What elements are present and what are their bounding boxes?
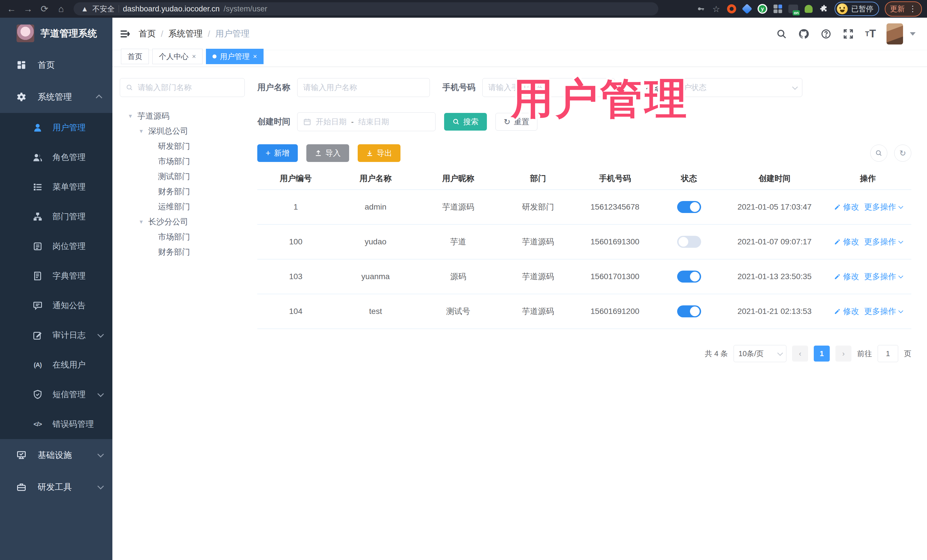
dept-tree: ▾芋道源码 ▾深圳总公司 研发部门 市场部门 测试部门 财务部门 运维部门 ▾长… bbox=[120, 108, 245, 260]
extension-green-key-icon[interactable] bbox=[804, 4, 813, 14]
edit-link[interactable]: 修改 bbox=[834, 202, 859, 212]
breadcrumb-home[interactable]: 首页 bbox=[138, 28, 156, 39]
toggle-search-button[interactable] bbox=[870, 144, 887, 162]
github-icon[interactable] bbox=[798, 28, 810, 40]
reset-button[interactable]: ↻ 重置 bbox=[495, 113, 537, 131]
sidebar-item-dept-mgmt[interactable]: 部门管理 bbox=[0, 202, 112, 232]
extension-gem-icon[interactable] bbox=[742, 4, 752, 14]
page-number-1[interactable]: 1 bbox=[814, 346, 830, 361]
more-actions-link[interactable]: 更多操作 bbox=[864, 271, 902, 282]
status-toggle[interactable] bbox=[677, 236, 701, 248]
status-select-placeholder: 用户状态 bbox=[676, 82, 707, 93]
help-icon[interactable] bbox=[820, 28, 832, 40]
tree-node[interactable]: 市场部门 bbox=[120, 229, 245, 244]
more-actions-link[interactable]: 更多操作 bbox=[864, 306, 902, 317]
tab-home[interactable]: 首页 bbox=[121, 49, 149, 64]
user-avatar[interactable] bbox=[886, 23, 903, 44]
refresh-table-button[interactable]: ↻ bbox=[894, 144, 911, 162]
mobile-field-wrap bbox=[482, 78, 615, 97]
username-input[interactable] bbox=[303, 83, 424, 92]
tree-node[interactable]: ▾长沙分公司 bbox=[120, 214, 245, 229]
sidebar-item-menu-mgmt[interactable]: 菜单管理 bbox=[0, 172, 112, 202]
tree-node[interactable]: 财务部门 bbox=[120, 184, 245, 199]
tree-node[interactable]: ▾芋道源码 bbox=[120, 108, 245, 123]
sidebar-item-online-users[interactable]: (A) 在线用户 bbox=[0, 350, 112, 380]
font-size-icon[interactable]: TT bbox=[864, 28, 877, 40]
sidebar-item-infrastructure[interactable]: 基础设施 bbox=[0, 439, 112, 471]
add-button[interactable]: + 新增 bbox=[257, 144, 298, 162]
fullscreen-icon[interactable] bbox=[842, 28, 854, 40]
sidebar-item-role-mgmt[interactable]: 角色管理 bbox=[0, 143, 112, 172]
status-toggle[interactable] bbox=[677, 201, 701, 213]
address-bar[interactable]: ▲ 不安全 dashboard.yudao.iocoder.cn/system/… bbox=[74, 2, 658, 15]
app-logo-row[interactable]: 芋道管理系统 bbox=[0, 18, 112, 49]
sidebar-item-notice[interactable]: 通知公告 bbox=[0, 291, 112, 320]
sidebar-item-devtools[interactable]: 研发工具 bbox=[0, 471, 112, 503]
search-icon bbox=[452, 118, 460, 126]
browser-update-button[interactable]: 更新 ⋮ bbox=[885, 2, 922, 17]
edit-link[interactable]: 修改 bbox=[834, 237, 859, 247]
tree-expand-icon[interactable]: ▾ bbox=[137, 127, 145, 135]
page-size-select[interactable]: 10条/页 bbox=[734, 345, 786, 362]
sidebar-collapse-icon[interactable] bbox=[119, 28, 131, 40]
forward-icon[interactable]: → bbox=[22, 3, 34, 15]
next-page-button[interactable]: › bbox=[836, 346, 851, 361]
search-icon[interactable] bbox=[775, 28, 788, 40]
tab-user-mgmt[interactable]: 用户管理 × bbox=[206, 49, 264, 64]
sidebar-item-dict-mgmt[interactable]: 字典管理 bbox=[0, 261, 112, 291]
app-header: 首页 / 系统管理 / 用户管理 TT bbox=[112, 18, 927, 50]
sidebar-item-home[interactable]: 首页 bbox=[0, 49, 112, 81]
extension-on-badge-icon[interactable]: on bbox=[789, 4, 798, 14]
profile-paused-pill[interactable]: 已暂停 bbox=[834, 2, 879, 16]
sidebar-item-audit-log[interactable]: 审计日志 bbox=[0, 320, 112, 350]
extensions-puzzle-icon[interactable] bbox=[819, 4, 829, 14]
key-icon[interactable] bbox=[696, 4, 706, 14]
status-toggle[interactable] bbox=[677, 270, 701, 282]
status-toggle[interactable] bbox=[677, 305, 701, 317]
sidebar-item-error-code[interactable]: </> 错误码管理 bbox=[0, 410, 112, 439]
tree-node[interactable]: 研发部门 bbox=[120, 138, 245, 154]
reload-icon[interactable]: ⟳ bbox=[38, 3, 51, 15]
tree-node[interactable]: 运维部门 bbox=[120, 199, 245, 214]
extension-grid-icon[interactable] bbox=[773, 4, 783, 14]
more-actions-link[interactable]: 更多操作 bbox=[864, 237, 902, 247]
dept-search-box[interactable] bbox=[120, 78, 245, 97]
sidebar-item-sms-mgmt[interactable]: 短信管理 bbox=[0, 380, 112, 410]
extension-orange-icon[interactable] bbox=[727, 4, 737, 14]
avatar-caret-icon[interactable] bbox=[910, 32, 916, 36]
tree-node[interactable]: 市场部门 bbox=[120, 154, 245, 169]
edit-link[interactable]: 修改 bbox=[834, 306, 859, 317]
sidebar-item-user-mgmt[interactable]: 用户管理 bbox=[0, 113, 112, 143]
home-icon[interactable]: ⌂ bbox=[55, 3, 67, 15]
back-icon[interactable]: ← bbox=[5, 3, 18, 15]
breadcrumb-current: 用户管理 bbox=[215, 28, 249, 39]
edit-link[interactable]: 修改 bbox=[834, 271, 859, 282]
audit-icon bbox=[32, 330, 43, 340]
import-button[interactable]: 导入 bbox=[306, 144, 349, 162]
tree-expand-icon[interactable]: ▾ bbox=[127, 112, 134, 120]
close-icon[interactable]: × bbox=[253, 52, 257, 61]
tab-profile[interactable]: 个人中心 × bbox=[152, 49, 202, 64]
date-range-picker[interactable]: 开始日期 - 结束日期 bbox=[297, 112, 436, 131]
tree-node[interactable]: 测试部门 bbox=[120, 169, 245, 184]
mobile-input[interactable] bbox=[488, 83, 609, 92]
tree-node[interactable]: 财务部门 bbox=[120, 244, 245, 260]
search-button[interactable]: 搜索 bbox=[444, 113, 487, 131]
sidebar-item-label: 基础设施 bbox=[38, 449, 72, 461]
tree-node[interactable]: ▾深圳总公司 bbox=[120, 123, 245, 138]
export-button[interactable]: 导出 bbox=[358, 144, 400, 162]
dept-tree-panel: ▾芋道源码 ▾深圳总公司 研发部门 市场部门 测试部门 财务部门 运维部门 ▾长… bbox=[120, 78, 245, 560]
close-icon[interactable]: × bbox=[192, 52, 196, 61]
tree-expand-icon[interactable]: ▾ bbox=[137, 218, 145, 226]
goto-page-input[interactable] bbox=[878, 345, 898, 362]
sidebar-item-post-mgmt[interactable]: 岗位管理 bbox=[0, 232, 112, 261]
status-select[interactable]: 用户状态 bbox=[670, 78, 802, 97]
browser-menu-kebab-icon[interactable]: ⋮ bbox=[909, 7, 917, 11]
prev-page-button[interactable]: ‹ bbox=[792, 346, 808, 361]
extension-green-y-icon[interactable]: y bbox=[758, 4, 767, 14]
sidebar-item-system[interactable]: 系统管理 bbox=[0, 81, 112, 113]
more-actions-link[interactable]: 更多操作 bbox=[864, 202, 902, 212]
bookmark-star-icon[interactable]: ☆ bbox=[711, 4, 721, 14]
dept-search-input[interactable] bbox=[138, 83, 239, 92]
breadcrumb-system[interactable]: 系统管理 bbox=[168, 28, 202, 39]
